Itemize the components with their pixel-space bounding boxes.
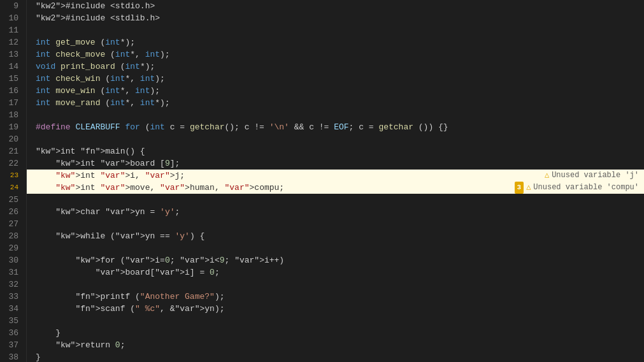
code-line — [27, 109, 644, 121]
line-number: 29 — [8, 242, 18, 254]
line-number: 14 — [8, 61, 18, 73]
line-number: 9 — [8, 0, 18, 12]
code-line — [27, 194, 644, 206]
warning-annotation: △Unused variable 'j' — [540, 170, 644, 182]
line-number: 11 — [8, 24, 18, 36]
line-numbers: 9101112131415161718192021222324252627282… — [0, 0, 27, 362]
line-number: 23 — [8, 170, 18, 182]
line-number: 35 — [8, 315, 18, 327]
line-number: 12 — [8, 36, 18, 48]
code-line: "kw2">#include <stdlib.h> — [27, 12, 644, 24]
code-line: "var">board["var">i] = 0; — [27, 266, 644, 279]
code-line: "kw">while ("var">yn == 'y') { — [27, 230, 644, 242]
code-line — [27, 133, 644, 145]
code-line — [27, 279, 644, 291]
line-number: 21 — [8, 145, 18, 157]
line-number: 27 — [8, 218, 18, 230]
code-line: "kw">int "var">i, "var">j;△Unused variab… — [27, 170, 644, 182]
code-line: "fn">scanf (" %c", &"var">yn); — [27, 303, 644, 315]
code-line: "fn">printf ("Another Game?"); — [27, 291, 644, 303]
line-number: 16 — [8, 85, 18, 97]
warning-triangle-icon: △ — [545, 170, 549, 182]
code-line: "kw">int "fn">main() { — [27, 145, 644, 157]
line-number: 30 — [8, 254, 18, 266]
warning-message: Unused variable 'j' — [552, 170, 639, 182]
line-number: 20 — [8, 133, 18, 145]
warning-message: Unused variable 'compu' — [533, 182, 639, 194]
code-line: "kw">int "var">board [9]; — [27, 157, 644, 170]
code-line: "kw">for ("var">i=0; "var">i<9; "var">i+… — [27, 254, 644, 266]
code-line: "kw">char "var">yn = 'y'; — [27, 206, 644, 218]
code-line: int check_move (int*, int); — [27, 48, 644, 61]
code-line — [27, 315, 644, 327]
code-line: "kw">return 0; — [27, 339, 644, 351]
warning-annotation: 3△Unused variable 'compu' — [510, 182, 644, 194]
line-number: 33 — [8, 291, 18, 303]
code-line: int move_win (int*, int); — [27, 85, 644, 97]
line-number: 26 — [8, 206, 18, 218]
line-number: 10 — [8, 12, 18, 24]
line-number: 15 — [8, 73, 18, 85]
line-number: 28 — [8, 230, 18, 242]
code-line: } — [27, 351, 644, 362]
line-number: 36 — [8, 327, 18, 339]
code-lines[interactable]: "kw2">#include <stdio.h>"kw2">#include <… — [27, 0, 644, 362]
line-number: 31 — [8, 266, 18, 279]
code-editor: 9101112131415161718192021222324252627282… — [0, 0, 644, 362]
code-line: #define CLEARBUFF for (int c = getchar()… — [27, 121, 644, 133]
line-number: 18 — [8, 109, 18, 121]
code-line: int check_win (int*, int); — [27, 73, 644, 85]
line-number: 22 — [8, 157, 18, 170]
code-line: } — [27, 327, 644, 339]
code-line: "kw">int "var">move, "var">human, "var">… — [27, 182, 644, 194]
code-line: int get_move (int*); — [27, 36, 644, 48]
code-area: 9101112131415161718192021222324252627282… — [0, 0, 644, 362]
line-number: 32 — [8, 279, 18, 291]
line-number: 37 — [8, 339, 18, 351]
line-number: 24 — [8, 182, 18, 194]
line-number: 19 — [8, 121, 18, 133]
line-number: 34 — [8, 303, 18, 315]
code-line: int move_rand (int*, int*); — [27, 97, 644, 109]
line-number: 13 — [8, 48, 18, 61]
line-number: 25 — [8, 194, 18, 206]
code-line: void print_board (int*); — [27, 61, 644, 73]
line-number: 17 — [8, 97, 18, 109]
code-line: "kw2">#include <stdio.h> — [27, 0, 644, 12]
line-number: 38 — [8, 351, 18, 362]
code-line — [27, 218, 644, 230]
warning-count-badge: 3 — [515, 182, 524, 194]
warning-triangle-icon: △ — [526, 182, 531, 194]
code-line — [27, 24, 644, 36]
code-line — [27, 242, 644, 254]
